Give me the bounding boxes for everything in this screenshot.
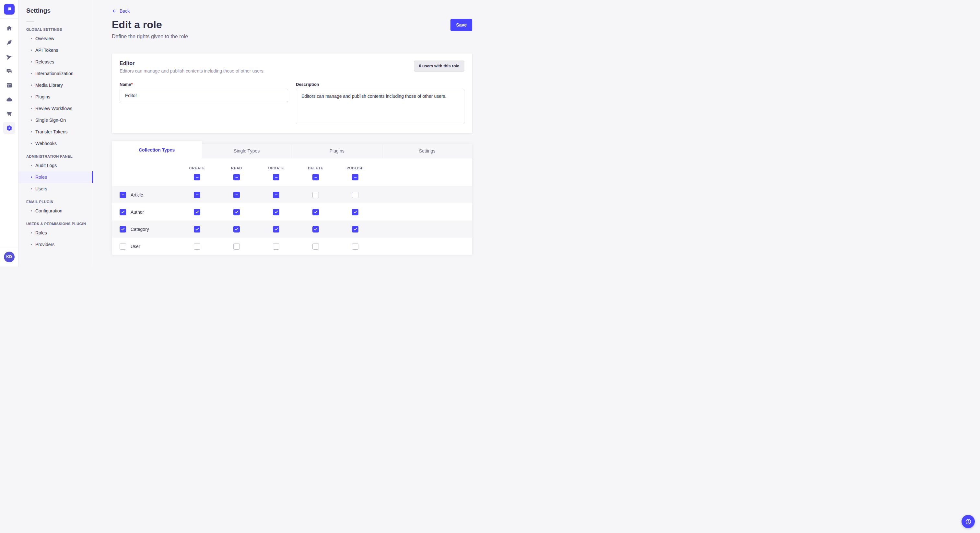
rail-button-cloud-icon[interactable] <box>2 92 16 106</box>
user-create-checkbox-unchecked[interactable] <box>194 243 200 250</box>
check-icon <box>353 209 358 214</box>
category-create-checkbox-checked[interactable] <box>194 226 200 233</box>
name-input[interactable] <box>119 89 288 102</box>
dash-icon <box>274 175 279 180</box>
article-publish-checkbox-unchecked[interactable] <box>352 192 358 198</box>
permission-cell <box>256 209 296 215</box>
user-row-checkbox-unchecked[interactable] <box>119 243 126 250</box>
select-all-publish-checkbox-indeterminate[interactable] <box>352 174 358 180</box>
select-all-update-checkbox-indeterminate[interactable] <box>273 174 279 180</box>
tab-settings[interactable]: Settings <box>382 144 473 159</box>
author-publish-checkbox-checked[interactable] <box>352 209 358 215</box>
sidebar-item-label: Transfer Tokens <box>35 129 68 134</box>
sidebar-item-label: Roles <box>35 174 47 180</box>
sidebar-item-internationalization[interactable]: Internationalization <box>19 68 93 79</box>
role-card-header: Editor Editors can manage and publish co… <box>119 60 465 73</box>
bullet-icon <box>31 244 32 245</box>
sidebar-item-api-tokens[interactable]: API Tokens <box>19 44 93 56</box>
rail-button-layout-icon[interactable] <box>2 78 16 92</box>
permission-cell <box>336 209 375 215</box>
rail-button-gear-icon[interactable] <box>3 122 15 134</box>
role-description-text: Editors can manage and publish contents … <box>119 68 265 73</box>
rail-button-home-icon[interactable] <box>2 21 16 35</box>
author-row-checkbox-checked[interactable] <box>119 209 126 215</box>
back-label: Back <box>119 8 130 14</box>
sidebar-section-label: GLOBAL SETTINGS <box>19 22 93 33</box>
sidebar-item-label: Releases <box>35 59 54 65</box>
sidebar-item-label: Roles <box>35 230 47 235</box>
category-read-checkbox-checked[interactable] <box>233 226 240 233</box>
description-textarea[interactable]: Editors can manage and publish contents … <box>296 89 465 124</box>
sidebar-item-single-sign-on[interactable]: Single Sign-On <box>19 114 93 126</box>
select-all-create-checkbox-indeterminate[interactable] <box>194 174 200 180</box>
dash-icon <box>353 175 358 180</box>
sidebar-item-providers[interactable]: Providers <box>19 239 93 250</box>
article-read-checkbox-indeterminate[interactable] <box>233 192 240 198</box>
category-update-checkbox-checked[interactable] <box>273 226 279 233</box>
layout-icon <box>6 82 13 89</box>
page-title: Edit a role <box>112 19 162 31</box>
permissions-tabbar: Collection TypesSingle TypesPluginsSetti… <box>112 141 472 159</box>
author-read-checkbox-checked[interactable] <box>233 209 240 215</box>
sidebar-title: Settings <box>19 0 93 14</box>
permission-row-category: Category <box>112 220 472 238</box>
select-all-delete-checkbox-indeterminate[interactable] <box>312 174 319 180</box>
strapi-logo[interactable] <box>4 4 14 14</box>
tab-single-types[interactable]: Single Types <box>202 144 292 159</box>
back-link[interactable]: Back <box>112 8 130 14</box>
check-icon <box>195 209 200 214</box>
permission-cell <box>296 174 336 180</box>
permission-cell <box>336 174 375 180</box>
sidebar-item-plugins[interactable]: Plugins <box>19 91 93 103</box>
user-read-checkbox-unchecked[interactable] <box>233 243 240 250</box>
author-update-checkbox-checked[interactable] <box>273 209 279 215</box>
name-field-group: Name* <box>119 81 288 125</box>
dash-icon <box>274 192 279 197</box>
sidebar-item-webhooks[interactable]: Webhooks <box>19 138 93 149</box>
media-library-icon <box>6 68 13 75</box>
user-update-checkbox-unchecked[interactable] <box>273 243 279 250</box>
category-publish-checkbox-checked[interactable] <box>352 226 358 233</box>
category-row-checkbox-checked[interactable] <box>119 226 126 233</box>
row-label-group: Category <box>119 226 177 233</box>
description-label: Description <box>296 82 319 87</box>
bullet-icon <box>31 49 32 51</box>
sidebar-item-media-library[interactable]: Media Library <box>19 79 93 91</box>
permission-cell <box>336 243 375 250</box>
article-row-checkbox-indeterminate[interactable] <box>119 192 126 198</box>
dash-icon <box>313 175 318 180</box>
sidebar-item-roles[interactable]: Roles <box>19 227 93 239</box>
column-label-read: READ <box>217 166 256 170</box>
author-create-checkbox-checked[interactable] <box>194 209 200 215</box>
tab-collection-types[interactable]: Collection Types <box>112 141 202 159</box>
sidebar-item-overview[interactable]: Overview <box>19 33 93 44</box>
tab-plugins[interactable]: Plugins <box>292 144 382 159</box>
article-update-checkbox-indeterminate[interactable] <box>273 192 279 198</box>
sidebar-item-users[interactable]: Users <box>19 183 93 195</box>
column-label-delete: DELETE <box>296 166 336 170</box>
save-button[interactable]: Save <box>450 19 472 31</box>
rail-button-feather-icon[interactable] <box>2 35 16 49</box>
sidebar-item-roles[interactable]: Roles <box>19 171 93 183</box>
sidebar-item-releases[interactable]: Releases <box>19 56 93 68</box>
sidebar-item-transfer-tokens[interactable]: Transfer Tokens <box>19 126 93 138</box>
avatar[interactable]: KD <box>4 252 14 262</box>
sidebar-item-label: Media Library <box>35 82 63 88</box>
rail-button-media-library-icon[interactable] <box>2 64 16 78</box>
sidebar-item-label: Review Workflows <box>35 106 72 111</box>
article-create-checkbox-indeterminate[interactable] <box>194 192 200 198</box>
sidebar-item-configuration[interactable]: Configuration <box>19 205 93 217</box>
sidebar-item-review-workflows[interactable]: Review Workflows <box>19 103 93 114</box>
permission-cell <box>177 243 217 250</box>
user-delete-checkbox-unchecked[interactable] <box>312 243 319 250</box>
users-with-role-badge[interactable]: 0 users with this role <box>414 60 465 71</box>
rail-button-paper-plane-icon[interactable] <box>2 49 16 64</box>
rail-button-cart-icon[interactable] <box>2 106 16 121</box>
sidebar-item-audit-logs[interactable]: Audit Logs <box>19 160 93 171</box>
author-delete-checkbox-checked[interactable] <box>312 209 319 215</box>
select-all-read-checkbox-indeterminate[interactable] <box>233 174 240 180</box>
user-publish-checkbox-unchecked[interactable] <box>352 243 358 250</box>
category-delete-checkbox-checked[interactable] <box>312 226 319 233</box>
check-icon <box>121 227 126 232</box>
article-delete-checkbox-unchecked[interactable] <box>312 192 319 198</box>
